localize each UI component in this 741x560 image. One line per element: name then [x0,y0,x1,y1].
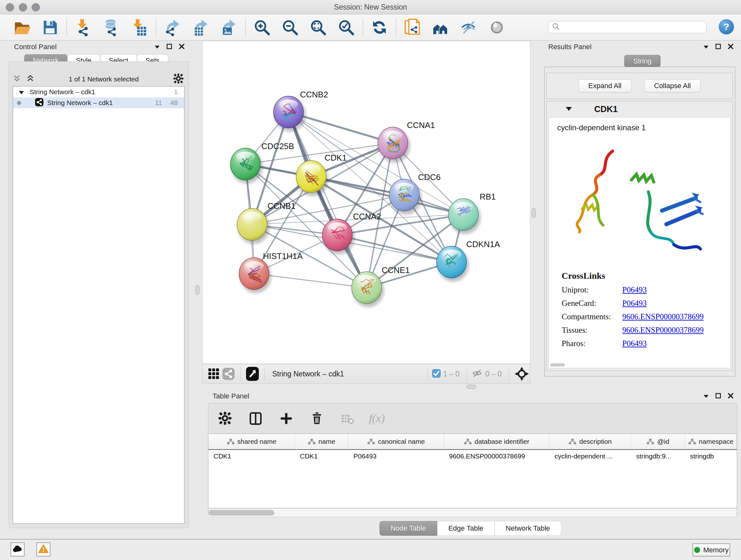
network-node[interactable] [273,96,306,132]
crosslink-link[interactable]: P06493 [622,286,647,294]
panel-menu-icon[interactable] [704,44,709,50]
panel-close-icon[interactable] [728,44,733,51]
zoom-in-icon[interactable] [253,18,271,37]
crosslink-link[interactable]: P06493 [622,339,647,348]
table-cell[interactable]: 9606.ENSP00000378699 [444,452,549,460]
panel-menu-icon[interactable] [704,393,709,399]
refresh-icon[interactable] [370,18,389,37]
open-session-icon[interactable] [13,18,31,37]
panel-menu-icon[interactable] [155,44,159,50]
network-collection-row[interactable]: String Network – cdk1 1 [13,86,184,98]
search-box[interactable] [548,21,706,33]
node-label: CCNA2 [353,212,381,221]
horizontal-splitter-handle[interactable] [467,385,476,389]
panel-float-icon[interactable] [716,44,721,51]
table-hscrollbar-thumb[interactable] [209,510,274,516]
expander-triangle-icon[interactable] [566,106,572,112]
column-header-description[interactable]: description [549,434,631,449]
string-share-icon[interactable] [221,365,236,383]
right-splitter-handle[interactable] [532,208,536,218]
network-node[interactable] [239,258,271,293]
expand-all-chevron-icon[interactable] [26,74,35,84]
table-cell[interactable]: CDK1 [295,452,348,460]
network-view-canvas[interactable]: CCNB2 CCNA1 CDC25B CDK1 CDC6 RB1 CCNB1 [202,41,530,364]
crosslink-link[interactable]: 9606.ENSP00000378699 [622,326,704,334]
export-table-icon[interactable] [192,18,210,37]
column-header-shared-name[interactable]: shared name [208,434,295,449]
network-node[interactable] [448,199,481,234]
column-header-database-identifier[interactable]: database identifier [444,434,549,449]
hide-panels-icon[interactable] [460,18,478,37]
panel-close-icon[interactable] [728,393,733,400]
expander-triangle-icon[interactable] [19,88,24,96]
panel-float-icon[interactable] [716,393,721,400]
table-cell[interactable]: CDK1 [208,452,295,460]
delete-column-icon[interactable] [308,409,326,428]
share-document-icon[interactable] [403,18,422,37]
search-input[interactable] [560,23,698,31]
node-label: CDK1 [325,153,347,163]
tab-edge-table[interactable]: Edge Table [437,521,495,536]
save-session-icon[interactable] [41,18,59,37]
warning-status-button[interactable] [37,543,51,557]
left-splitter-handle[interactable] [195,285,199,295]
table-cell[interactable]: stringdb [685,452,737,460]
column-header-canonical-name[interactable]: canonical name [348,434,444,449]
home-browser-icon[interactable] [431,18,450,37]
zoom-out-icon[interactable] [281,18,299,37]
grid-view-icon[interactable] [206,365,221,383]
delete-table-icon[interactable] [338,409,357,428]
table-cell[interactable]: cyclin-dependent ... [549,452,631,460]
network-node[interactable] [230,148,263,184]
network-node[interactable] [352,272,384,307]
collapse-all-button[interactable]: Collapse All [644,79,701,92]
network-node[interactable] [378,127,410,163]
cloud-status-button[interactable] [10,543,24,557]
column-header-id[interactable]: @id [631,434,685,449]
tree-icon [646,437,655,446]
columns-icon[interactable] [246,409,265,428]
tab-network-table[interactable]: Network Table [495,521,561,536]
panel-float-icon[interactable] [166,44,172,51]
column-label: description [579,438,612,445]
network-node[interactable] [296,161,328,196]
import-network-database-icon[interactable] [102,18,121,37]
import-network-file-icon[interactable] [74,18,92,37]
export-network-icon[interactable] [163,18,182,37]
help-button[interactable]: ? [719,19,734,35]
table-row[interactable]: CDK1CDK1P064939606.ENSP00000378699cyclin… [208,450,737,462]
cdk1-section-header[interactable]: CDK1 [547,101,732,117]
table-cell[interactable]: P06493 [348,452,444,460]
function-builder-icon[interactable]: f(x) [369,412,385,425]
crosslink-link[interactable]: P06493 [622,299,647,308]
zoom-fit-icon[interactable] [309,18,327,37]
add-column-icon[interactable] [277,409,295,428]
zoom-selected-icon[interactable] [337,18,355,37]
memory-button[interactable]: Memory [692,543,730,557]
export-image-icon[interactable] [219,18,238,37]
tab-string[interactable]: String [624,55,661,67]
hidden-eye-icon[interactable] [471,368,483,379]
panel-close-icon[interactable] [179,44,185,51]
column-header-name[interactable]: name [295,434,348,449]
table-cell[interactable]: stringdb:9... [631,452,685,460]
gear-icon[interactable] [216,409,234,428]
network-row-selected[interactable]: String Network – cdk1 11 48 [13,98,184,108]
table-hscrollbar[interactable] [209,508,737,517]
import-table-icon[interactable] [130,18,149,37]
network-node[interactable] [436,246,469,282]
network-node[interactable] [322,219,354,254]
column-header-namespace[interactable]: namespace [685,434,737,449]
expand-all-button[interactable]: Expand All [579,79,631,92]
network-edge[interactable] [288,112,367,288]
inspector-icon[interactable] [488,18,506,37]
results-scrollbar-thumb[interactable] [550,363,565,367]
tab-node-table[interactable]: Node Table [380,521,437,536]
birds-eye-view-icon[interactable] [245,365,260,383]
network-options-gear-icon[interactable] [173,73,184,85]
column-label: database identifier [475,438,529,445]
crosslink-link[interactable]: 9606.ENSP00000378699 [622,312,704,321]
selected-checkbox-icon[interactable] [432,369,441,379]
collapse-all-chevron-icon[interactable] [13,74,21,84]
fit-target-icon[interactable] [514,365,530,383]
